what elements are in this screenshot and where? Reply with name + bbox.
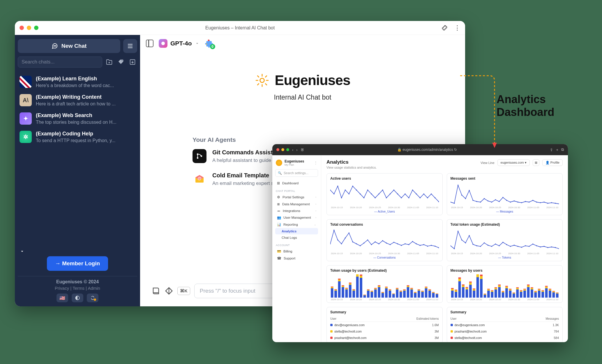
nav-analytics[interactable]: Analytics [275, 228, 318, 234]
more-icon[interactable]: ⋮ [454, 24, 460, 32]
chevron-down-icon [20, 249, 25, 254]
chart [451, 274, 559, 298]
share-icon[interactable]: ⇪ [550, 148, 553, 152]
back-icon[interactable]: ‹ [292, 148, 293, 152]
plus-icon[interactable]: + [556, 148, 558, 152]
svg-point-37 [427, 197, 428, 199]
svg-point-15 [345, 190, 346, 191]
pen-icon[interactable] [165, 287, 173, 295]
search-chats-input[interactable] [18, 56, 102, 68]
tabs-icon[interactable]: ⧉ [561, 147, 564, 152]
window-title: Eugeniuses – Internal AI Chat bot [205, 25, 275, 31]
svg-rect-190 [400, 291, 402, 291]
svg-point-107 [472, 244, 474, 245]
svg-rect-142 [342, 285, 344, 286]
nav-user-mgmt[interactable]: 👥 User Management› [275, 214, 318, 221]
chart-card: Total token usage (Estimated) 2024-10-15… [447, 219, 563, 261]
minimize-window-icon[interactable] [27, 26, 31, 30]
svg-rect-302 [549, 291, 551, 298]
svg-rect-268 [505, 286, 508, 287]
nav-dashboard[interactable]: ⊞ Dashboard [275, 180, 318, 187]
hamburger-button[interactable] [123, 39, 137, 53]
sync-button[interactable] [87, 294, 98, 302]
svg-rect-284 [527, 287, 529, 298]
brand[interactable]: EugeniusesMy Plan ⋮ [275, 158, 318, 169]
svg-point-115 [502, 242, 504, 243]
chart-xaxis: 2024-10-152024-10-202024-10-252024-10-30… [451, 206, 559, 209]
svg-rect-160 [363, 295, 366, 295]
extension-icon[interactable] [441, 25, 448, 31]
chat-item[interactable]: ✲ (Example) Coding HelpTo send a HTTP re… [18, 128, 137, 146]
maximize-window-icon[interactable] [34, 26, 38, 30]
svg-rect-258 [494, 288, 497, 289]
svg-rect-280 [520, 290, 522, 291]
svg-rect-132 [331, 287, 333, 288]
maximize-window-icon[interactable] [286, 148, 289, 151]
nav-portal-settings[interactable]: ⚙ Portal Settings› [275, 194, 318, 201]
chart-card: Active users 2024-10-152024-10-202024-10… [326, 173, 443, 215]
close-window-icon[interactable] [276, 148, 279, 151]
admin-link[interactable]: Admin [88, 286, 100, 291]
svg-rect-297 [541, 291, 544, 292]
table-row: stella@techvolt.com584 [451, 335, 559, 341]
summary-card: Summary UserEstimated tokens dev@eugeniu… [326, 307, 443, 342]
book-icon[interactable] [152, 287, 160, 295]
svg-rect-227 [458, 281, 461, 298]
svg-rect-216 [432, 292, 435, 293]
plugins-button[interactable]: 0 [205, 39, 214, 48]
search-settings-input[interactable]: 🔍 Search settings... [275, 169, 318, 177]
svg-rect-188 [400, 292, 402, 298]
panel-toggle-icon[interactable] [146, 40, 153, 47]
svg-point-39 [435, 197, 436, 199]
chat-item[interactable]: ✦ (Example) Web SearchThe top stories be… [18, 109, 137, 128]
svg-rect-157 [360, 275, 362, 276]
svg-point-71 [330, 243, 331, 245]
svg-rect-210 [425, 287, 428, 288]
summary-title: Summary [451, 310, 559, 314]
more-icon[interactable]: ⋮ [314, 161, 317, 165]
chat-item[interactable]: A\ (Example) Writing ContentHere is a dr… [18, 91, 137, 109]
nav-billing[interactable]: 💳 Billing [275, 248, 318, 255]
theme-toggle-button[interactable] [72, 294, 83, 302]
tenant-selector[interactable]: eugeniuses.com ▾ [497, 159, 530, 166]
privacy-link[interactable]: Privacy [55, 286, 69, 291]
model-selector[interactable]: GPT-4o [159, 39, 200, 48]
chat-item[interactable]: (Example) Learn EnglishHere's a breakdow… [18, 73, 137, 91]
forward-icon[interactable]: › [296, 148, 297, 152]
address-bar[interactable]: 🔒 eugeniuses.com/admin/analytics ↻ [307, 148, 547, 152]
svg-rect-282 [523, 289, 526, 291]
shield-icon[interactable]: ⛨ [301, 148, 304, 152]
nav-reporting[interactable]: 📊 Reporting⌄ [275, 221, 318, 228]
nav-chat-logs[interactable]: Chat Logs [275, 234, 318, 241]
locale-button[interactable]: 🇺🇸 [57, 294, 68, 302]
new-folder-button[interactable] [105, 57, 114, 67]
agents-heading: Your AI Agents [193, 136, 391, 143]
svg-rect-286 [527, 285, 529, 285]
svg-point-22 [371, 193, 372, 195]
svg-rect-305 [552, 292, 555, 298]
grid-toggle[interactable]: ⊞ [533, 159, 539, 166]
member-login-button[interactable]: → Member Login [47, 256, 108, 271]
collapse-sidebar-button[interactable] [20, 249, 137, 255]
minimize-window-icon[interactable] [281, 148, 284, 151]
import-button[interactable] [128, 57, 137, 67]
svg-rect-156 [360, 276, 362, 278]
viewline-label: View Line [481, 161, 495, 165]
terms-link[interactable]: Terms [73, 286, 84, 291]
close-window-icon[interactable] [20, 26, 24, 30]
nav-support[interactable]: ☎ Support [275, 255, 318, 262]
svg-rect-231 [462, 285, 465, 287]
svg-rect-171 [378, 286, 380, 287]
svg-rect-181 [389, 289, 391, 290]
nav-data-mgmt[interactable]: ≣ Data Management› [275, 201, 318, 208]
tag-button[interactable] [116, 57, 126, 67]
svg-rect-285 [527, 285, 529, 287]
svg-rect-169 [374, 288, 377, 289]
nav-integrations[interactable]: ⫘ Integrations› [275, 208, 318, 214]
avatar-icon: ✦ [20, 112, 32, 125]
svg-rect-205 [418, 289, 420, 290]
svg-point-63 [532, 200, 533, 201]
svg-point-0 [54, 46, 54, 46]
new-chat-button[interactable]: New Chat [18, 39, 120, 53]
profile-button[interactable]: 👤 Profile [542, 159, 563, 166]
